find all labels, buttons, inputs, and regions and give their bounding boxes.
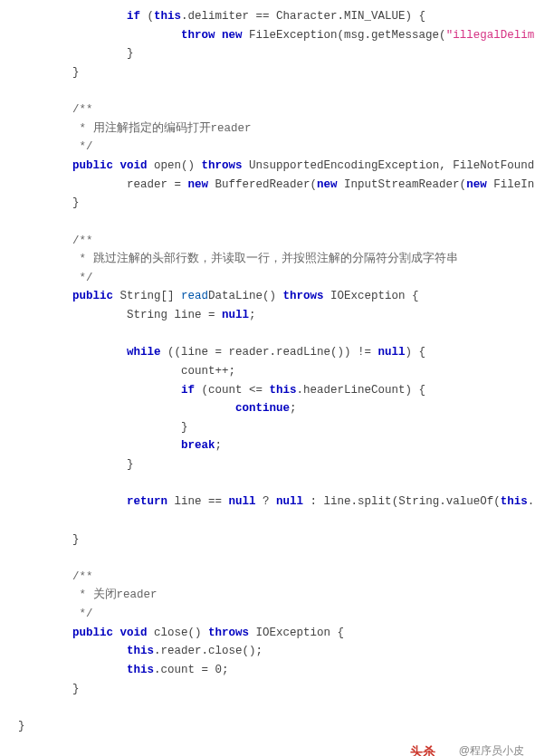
keyword-null: null: [276, 495, 303, 508]
keyword-throws: throws: [202, 159, 243, 172]
keyword-public: public: [72, 159, 113, 172]
keyword-continue: continue: [235, 402, 290, 415]
keyword-this: this: [127, 645, 154, 657]
keyword-throws: throws: [283, 290, 324, 302]
comment-line: * 关闭reader: [18, 589, 158, 601]
keyword-null: null: [229, 495, 256, 508]
keyword-new: new: [222, 29, 243, 42]
keyword-public: public: [72, 290, 113, 302]
keyword-null: null: [378, 346, 406, 359]
keyword-void: void: [120, 159, 148, 172]
keyword-if: if: [127, 10, 140, 23]
comment-line: * 用注解指定的编码打开reader: [18, 122, 252, 135]
watermark-badge: 头杀: [410, 742, 435, 756]
comment-line: /**: [18, 570, 93, 583]
comment-line: /**: [18, 103, 93, 116]
comment-line: * 跳过注解的头部行数，并读取一行，并按照注解的分隔符分割成字符串: [18, 253, 458, 265]
code-block: if (this.delimiter == Character.MIN_VALU…: [0, 0, 535, 742]
keyword-this: this: [127, 664, 154, 676]
keyword-this: this: [501, 495, 528, 508]
keyword-if: if: [181, 384, 195, 397]
keyword-new: new: [188, 178, 209, 191]
watermark-footer: 头杀 @程序员小皮: [0, 742, 535, 756]
keyword-return: return: [127, 495, 167, 508]
keyword-null: null: [222, 309, 249, 321]
keyword-void: void: [120, 627, 148, 639]
keyword-while: while: [127, 346, 161, 359]
method-name: read: [181, 290, 208, 302]
keyword-throw: throw: [181, 29, 215, 42]
comment-line: */: [18, 272, 93, 284]
comment-line: */: [18, 140, 93, 153]
indent: [18, 10, 127, 23]
watermark-attr: @程序员小皮: [459, 744, 524, 756]
keyword-break: break: [181, 439, 215, 452]
keyword-new: new: [466, 178, 487, 191]
keyword-this: this: [154, 10, 181, 23]
string-literal: "illegalDelimiter": [446, 29, 535, 42]
comment-line: */: [18, 608, 93, 620]
comment-line: /**: [18, 234, 93, 247]
keyword-this: this: [270, 384, 297, 397]
keyword-public: public: [72, 627, 113, 639]
keyword-new: new: [317, 178, 338, 191]
keyword-throws: throws: [208, 627, 249, 639]
